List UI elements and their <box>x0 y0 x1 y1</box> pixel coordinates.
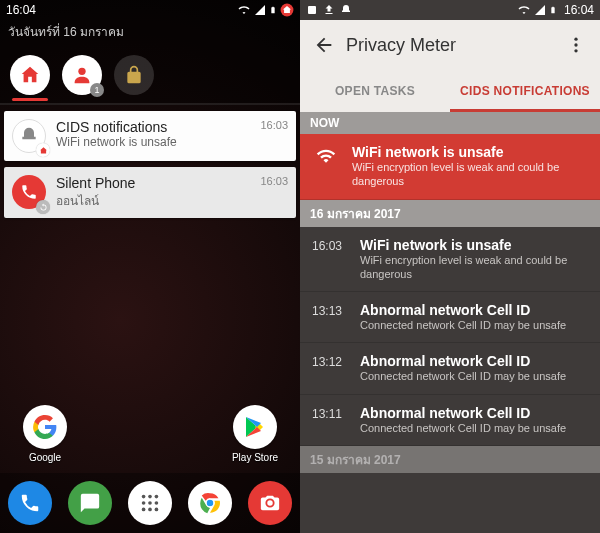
alert-title: Abnormal network Cell ID <box>360 353 588 369</box>
svg-point-3 <box>148 495 152 499</box>
svg-point-4 <box>155 495 159 499</box>
alert-time: 13:12 <box>312 353 348 383</box>
quick-home-toggle[interactable] <box>10 55 50 95</box>
wifi-icon <box>517 4 531 16</box>
camera-icon <box>259 492 281 514</box>
app-playstore[interactable]: Play Store <box>225 405 285 463</box>
sync-badge-icon <box>36 200 50 214</box>
more-button[interactable] <box>560 35 592 55</box>
alert-time: 16:03 <box>312 237 348 282</box>
dock <box>0 473 300 533</box>
app-google[interactable]: Google <box>15 405 75 463</box>
alert-title: Abnormal network Cell ID <box>360 405 588 421</box>
wifi-icon <box>237 4 251 16</box>
right-phone-privacy-meter: 16:04 Privacy Meter OPEN TASKS CIDS NOTI… <box>300 0 600 533</box>
alert-time: 13:13 <box>312 302 348 332</box>
alert-history-3[interactable]: 13:11 Abnormal network Cell ID Connected… <box>300 395 600 446</box>
dock-apps[interactable] <box>128 481 172 525</box>
dock-phone[interactable] <box>8 481 52 525</box>
tab-bar: OPEN TASKS CIDS NOTIFICATIONS <box>300 70 600 112</box>
left-phone-home: 16:04 วันจันทร์ที่ 16 มกราคม 1 CIDS noti… <box>0 0 300 533</box>
svg-point-2 <box>142 495 146 499</box>
battery-icon <box>269 4 277 16</box>
alert-now-wifi[interactable]: WiFi network is unsafe WiFi encryption l… <box>300 134 600 200</box>
dock-camera[interactable] <box>248 481 292 525</box>
alert-subtitle: WiFi encryption level is weak and could … <box>352 160 588 189</box>
signal-icon <box>254 4 266 16</box>
app-label: Google <box>15 452 75 463</box>
notif-title: CIDS notifications <box>56 119 250 135</box>
quick-settings-row: 1 <box>0 49 300 105</box>
battery-icon <box>549 4 557 16</box>
section-now: NOW <box>300 112 600 134</box>
alert-time: 13:11 <box>312 405 348 435</box>
message-icon <box>79 492 101 514</box>
alert-title: WiFi network is unsafe <box>352 144 588 160</box>
alert-title: WiFi network is unsafe <box>360 237 588 253</box>
status-time: 16:04 <box>6 3 36 17</box>
wifi-alert-icon <box>312 144 340 189</box>
quick-profile-toggle[interactable]: 1 <box>62 55 102 95</box>
svg-point-9 <box>148 508 152 512</box>
more-vert-icon <box>566 35 586 55</box>
app-status-icon <box>306 4 318 16</box>
lock-icon <box>124 65 144 85</box>
notification-cids[interactable]: CIDS notifications WiFi network is unsaf… <box>4 111 296 161</box>
back-button[interactable] <box>308 34 340 56</box>
person-icon <box>71 64 93 86</box>
svg-point-1 <box>78 68 85 75</box>
dock-chrome[interactable] <box>188 481 232 525</box>
svg-point-17 <box>574 49 577 52</box>
download-status-icon <box>323 4 335 16</box>
arrow-back-icon <box>313 34 335 56</box>
alert-history-2[interactable]: 13:12 Abnormal network Cell ID Connected… <box>300 343 600 394</box>
tab-open-tasks[interactable]: OPEN TASKS <box>300 70 450 112</box>
svg-point-8 <box>142 508 146 512</box>
svg-point-6 <box>148 501 152 505</box>
phone-icon <box>19 492 41 514</box>
app-label: Play Store <box>225 452 285 463</box>
home-badge-icon <box>36 143 50 157</box>
quick-lock-toggle[interactable] <box>114 55 154 95</box>
status-bar-right: 16:04 <box>300 0 600 20</box>
alert-subtitle: Connected network Cell ID may be unsafe <box>360 369 588 383</box>
apps-grid-icon <box>139 492 161 514</box>
svg-point-15 <box>574 38 577 41</box>
status-bar-left: 16:04 <box>0 0 300 20</box>
home-icon <box>19 64 41 86</box>
section-date-2: 15 มกราคม 2017 <box>300 446 600 473</box>
alert-title: Abnormal network Cell ID <box>360 302 588 318</box>
home-status-icon <box>280 3 294 17</box>
svg-point-7 <box>155 501 159 505</box>
alert-history-1[interactable]: 13:13 Abnormal network Cell ID Connected… <box>300 292 600 343</box>
playstore-icon <box>233 405 277 449</box>
profile-badge: 1 <box>90 83 104 97</box>
alert-history-0[interactable]: 16:03 WiFi network is unsafe WiFi encryp… <box>300 227 600 293</box>
home-app-row: Google Play Store <box>0 405 300 463</box>
alert-subtitle: Connected network Cell ID may be unsafe <box>360 318 588 332</box>
chrome-icon <box>197 490 223 516</box>
signal-icon <box>534 4 546 16</box>
title-bar: Privacy Meter <box>300 20 600 70</box>
alert-subtitle: WiFi encryption level is weak and could … <box>360 253 588 282</box>
notification-silent-phone[interactable]: Silent Phone ออนไลน์ 16:03 <box>4 167 296 218</box>
section-date-1: 16 มกราคม 2017 <box>300 200 600 227</box>
tab-cids-notifications[interactable]: CIDS NOTIFICATIONS <box>450 70 600 112</box>
notif-time: 16:03 <box>260 175 288 187</box>
svg-point-10 <box>155 508 159 512</box>
notif-title: Silent Phone <box>56 175 250 191</box>
svg-point-5 <box>142 501 146 505</box>
svg-point-16 <box>574 43 577 46</box>
notif-subtitle: ออนไลน์ <box>56 191 250 210</box>
alert-subtitle: Connected network Cell ID may be unsafe <box>360 421 588 435</box>
page-title: Privacy Meter <box>340 35 560 56</box>
status-time: 16:04 <box>564 3 594 17</box>
notif-time: 16:03 <box>260 119 288 131</box>
dock-messages[interactable] <box>68 481 112 525</box>
svg-rect-14 <box>308 6 316 14</box>
date-bar: วันจันทร์ที่ 16 มกราคม <box>0 20 300 49</box>
notif-subtitle: WiFi network is unsafe <box>56 135 250 149</box>
siren-status-icon <box>340 4 352 16</box>
google-icon <box>23 405 67 449</box>
